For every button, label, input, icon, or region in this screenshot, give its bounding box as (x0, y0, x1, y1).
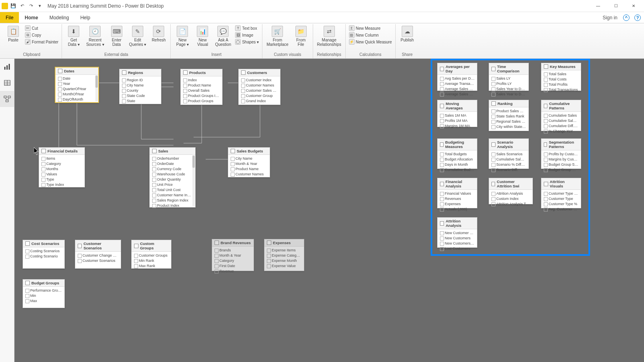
table-field[interactable]: Max (25, 298, 63, 303)
table-field[interactable]: Costing Scenarios (25, 248, 63, 253)
table-field[interactable]: Custom Index (491, 196, 531, 201)
edit-queries-button[interactable]: ✎Edit Queries ▾ (128, 25, 148, 47)
table-field[interactable]: Cumulative Sales Sc (491, 156, 527, 162)
scrollbar[interactable] (95, 74, 98, 101)
table-field[interactable]: Costing Scenario (25, 253, 63, 259)
table-field[interactable]: Sales 1M MA (439, 113, 475, 118)
table-field[interactable]: Customer Sales Rank (240, 88, 279, 93)
table-sales-budgets[interactable]: Sales BudgetsCity NameMonth & YearProduc… (228, 147, 270, 177)
publish-button[interactable]: ☁Publish (398, 25, 417, 43)
table-field[interactable]: County (121, 88, 159, 93)
table-field[interactable]: Regional Sales Rank (491, 119, 527, 124)
table-field[interactable]: Average Sales per Cu (439, 91, 475, 97)
table-field[interactable]: Month & Year (230, 161, 268, 166)
table-field[interactable]: Region ID (121, 77, 159, 82)
table-field[interactable]: Customer Type (543, 196, 579, 201)
table-field[interactable]: State (121, 98, 159, 103)
ask-question-button[interactable]: 💬Ask A Question (213, 25, 233, 47)
table-field[interactable]: Category (41, 161, 83, 166)
table-field[interactable]: Customer Scenarios (77, 258, 119, 263)
enter-data-button[interactable]: ⌨Enter Data (107, 25, 126, 47)
table-field[interactable]: Expense Category (266, 253, 302, 258)
table-field[interactable]: Month & Year (214, 253, 252, 258)
model-view-button[interactable] (0, 91, 14, 107)
table-field[interactable]: OrderDate (151, 161, 194, 166)
table-field[interactable]: MonthOfYear (57, 91, 97, 97)
tab-modeling[interactable]: Modeling (44, 12, 75, 23)
close-button[interactable]: ✕ (625, 0, 642, 12)
table-field[interactable]: State Code (121, 93, 159, 98)
table-field[interactable]: Warehouse Code (151, 171, 194, 177)
table-field[interactable]: First Date (214, 263, 252, 268)
table-field[interactable]: Cumulative Budgets (439, 167, 475, 172)
table-field[interactable]: Profits by Custom Gr (543, 151, 579, 156)
scrollbar[interactable] (192, 154, 195, 206)
copy-button[interactable]: ⧉Copy (24, 32, 59, 38)
table-cost-scenarios[interactable]: Cost ScenariosCosting ScenariosCosting S… (23, 240, 65, 269)
table-field[interactable]: Avg Sales per Day (439, 76, 475, 81)
maximize-button[interactable]: ☐ (607, 0, 625, 12)
table-budget-groups[interactable]: Budget GroupsPerformance GroupsMinMax (23, 279, 65, 308)
chevron-up-icon[interactable]: ^ (623, 14, 630, 21)
table-ranking[interactable]: RankingProduct Sales RankState Sales Ran… (489, 100, 529, 131)
table-field[interactable]: Profits LY (491, 81, 527, 86)
get-data-button[interactable]: ⬇Get Data ▾ (64, 25, 83, 47)
table-custom-groups[interactable]: Custom GroupsCustomer GroupsMin RankMax … (131, 240, 171, 269)
table-regions[interactable]: RegionsRegion IDCity NameCountyState Cod… (119, 69, 161, 104)
model-canvas[interactable]: DatesDateYearQuarterOfYearMonthOfYearDay… (14, 59, 644, 362)
table-field[interactable]: Expenses (439, 201, 475, 206)
tab-home[interactable]: Home (19, 12, 43, 23)
table-expenses[interactable]: ExpensesExpense ItemsExpense CategoryExp… (264, 239, 304, 271)
table-field[interactable]: Type (41, 177, 83, 182)
table-field[interactable]: Sales Scenarios (491, 151, 527, 156)
table-dates[interactable]: DatesDateYearQuarterOfYearMonthOfYearDay… (55, 67, 99, 103)
table-field[interactable]: Order Quantity (151, 177, 194, 182)
table-field[interactable]: Profits 1M MA (439, 118, 475, 123)
manage-relationships-button[interactable]: ⇄Manage Relationships (316, 25, 343, 47)
table-field[interactable]: Total Costs (543, 76, 579, 82)
table-field[interactable]: Customer Names (230, 171, 268, 177)
table-field[interactable]: Expense Value (266, 263, 302, 268)
table-field[interactable]: Customer Name Index (151, 192, 194, 197)
table-field[interactable]: Category (214, 258, 252, 263)
table-field[interactable]: Months (41, 166, 83, 171)
table-field[interactable]: Year (57, 81, 97, 86)
table-field[interactable]: Budget Group Count (543, 167, 579, 172)
new-column-button[interactable]: ▥New Column (348, 32, 393, 38)
image-button[interactable]: 🖼Image (234, 32, 260, 38)
table-field[interactable]: Scenario Diff. (491, 167, 527, 172)
table-field[interactable]: Product Groups (182, 98, 221, 103)
table-field[interactable]: Days in Month (439, 162, 475, 167)
table-brand-revenues[interactable]: Brand RevenuesBrandsMonth & YearCategory… (212, 239, 254, 271)
table-field[interactable]: OrderNumber (151, 156, 194, 161)
table-field[interactable]: State Sales Rank (491, 113, 527, 119)
table-customer-scenarios[interactable]: Customer ScenariosCustomer Change Scen.C… (75, 240, 121, 269)
table-field[interactable]: Product Name (230, 166, 268, 171)
minimize-button[interactable]: — (589, 0, 607, 12)
table-segmentation-patterns[interactable]: Segmentation PatternsProfits by Custom G… (541, 138, 581, 169)
table-field[interactable]: Unit Price (151, 182, 194, 187)
table-field[interactable]: Attrition Analysis Type (491, 201, 531, 206)
table-field[interactable]: Grand Index (240, 98, 279, 103)
new-measure-button[interactable]: ΣNew Measure (348, 25, 393, 31)
table-field[interactable]: Total Profits (543, 82, 579, 87)
table-time-comparison[interactable]: Time ComparisonSales LYProfits LYSales Y… (489, 63, 529, 91)
table-field[interactable]: Sales Region Index (151, 197, 194, 203)
table-field[interactable]: Average Sales per M (439, 86, 475, 91)
table-field[interactable]: Revenues (439, 196, 475, 201)
format-painter-button[interactable]: 🖌Format Painter (24, 39, 59, 45)
table-field[interactable]: Values (41, 171, 83, 177)
table-averages-per-day[interactable]: Averages per DayAvg Sales per DayAverage… (437, 63, 477, 91)
table-products[interactable]: ProductsIndexProduct NameOverall SalesPr… (180, 69, 223, 105)
new-visual-button[interactable]: 📊New Visual (193, 25, 212, 47)
table-field[interactable]: Average Transactions (439, 81, 475, 86)
signin-link[interactable]: Sign in (599, 12, 621, 23)
table-field[interactable]: Customer Index (240, 77, 279, 82)
table-field[interactable]: % Change YoY (543, 128, 579, 134)
table-field[interactable]: Customer Group (240, 93, 279, 98)
table-field[interactable]: Financial Values (439, 191, 475, 196)
table-field[interactable]: Total Sales (543, 71, 579, 76)
table-field[interactable]: Margins 1M MA (439, 123, 475, 128)
table-financial-details[interactable]: Financial DetailsItemsCategoryMonthsValu… (39, 147, 85, 187)
table-field[interactable]: Revenue (214, 268, 252, 274)
